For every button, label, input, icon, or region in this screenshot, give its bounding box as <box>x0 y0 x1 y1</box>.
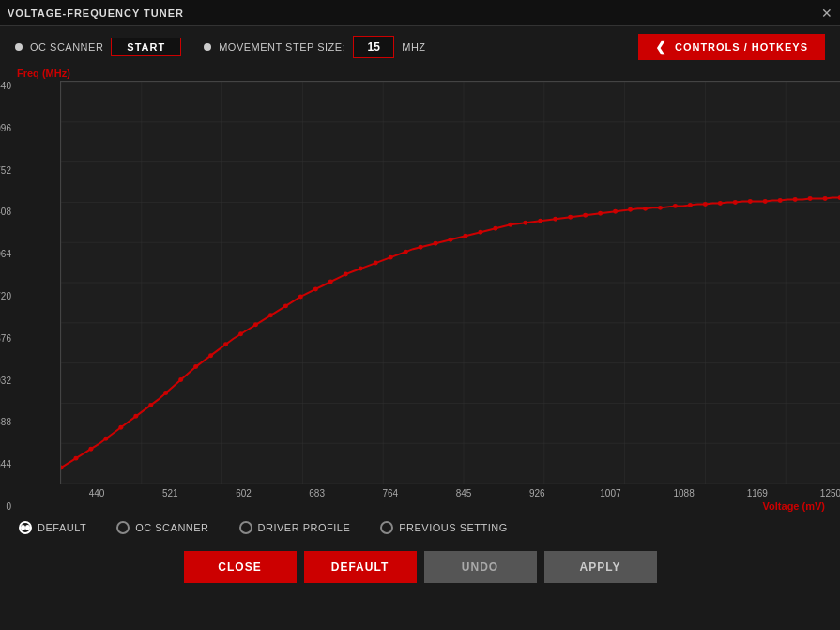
radio-oc-scanner-circle[interactable] <box>116 521 130 534</box>
y-label-1376: 1376 <box>0 333 11 344</box>
radio-default-label: DEFAULT <box>38 522 86 533</box>
chart-section: Freq (MHz) 3440 3096 2752 2408 2064 1720… <box>0 68 840 512</box>
window-close-button[interactable]: ✕ <box>821 7 832 20</box>
titlebar: VOLTAGE-FREQUENCY TUNER ✕ <box>0 0 840 26</box>
radio-driver-profile-label: DRIVER PROFILE <box>258 522 351 533</box>
svg-point-70 <box>778 198 783 203</box>
svg-point-42 <box>359 267 363 271</box>
controls-hotkeys-label: CONTROLS / HOTKEYS <box>675 41 808 53</box>
x-label-1088: 1088 <box>648 488 721 499</box>
svg-point-55 <box>553 217 557 222</box>
svg-point-71 <box>793 197 798 202</box>
y-label-3440: 3440 <box>0 81 11 91</box>
radio-previous-setting[interactable]: PREVIOUS SETTING <box>380 521 508 534</box>
svg-point-66 <box>718 201 723 206</box>
svg-point-61 <box>643 207 648 211</box>
close-button[interactable]: CLOSE <box>184 551 297 583</box>
svg-point-31 <box>193 364 198 369</box>
mhz-label: MHz <box>402 41 425 53</box>
svg-point-53 <box>523 221 527 225</box>
svg-point-60 <box>628 207 633 212</box>
svg-point-72 <box>808 196 813 201</box>
svg-point-38 <box>298 294 303 299</box>
svg-point-73 <box>823 196 828 201</box>
svg-point-43 <box>374 261 378 266</box>
x-label-683: 683 <box>281 488 354 499</box>
svg-point-29 <box>163 391 168 395</box>
svg-point-27 <box>133 414 138 419</box>
oc-scanner-dot <box>15 43 23 51</box>
window-title: VOLTAGE-FREQUENCY TUNER <box>8 8 184 19</box>
bottom-button-row: CLOSE DEFAULT UNDO APPLY <box>0 544 840 591</box>
x-label-521: 521 <box>133 488 206 499</box>
y-label-344: 344 <box>0 459 11 469</box>
x-label-764: 764 <box>354 488 427 499</box>
svg-point-23 <box>73 456 78 461</box>
x-label-602: 602 <box>206 488 280 499</box>
svg-point-51 <box>493 226 497 231</box>
svg-point-45 <box>404 250 408 254</box>
oc-scanner-group: OC Scanner START <box>15 38 181 56</box>
svg-point-44 <box>389 255 393 260</box>
svg-point-37 <box>283 303 288 308</box>
voltage-axis-label: Voltage (mV) <box>60 500 825 512</box>
radio-driver-profile-circle[interactable] <box>239 521 252 534</box>
svg-point-46 <box>419 245 423 250</box>
y-label-0: 0 <box>0 501 11 512</box>
radio-default-circle[interactable] <box>19 521 32 534</box>
controls-hotkeys-button[interactable]: ❮ CONTROLS / HOTKEYS <box>638 34 825 60</box>
toolbar: OC Scanner START Movement step size: MHz… <box>0 26 840 68</box>
svg-point-28 <box>148 403 153 407</box>
svg-point-40 <box>328 280 333 284</box>
start-button[interactable]: START <box>111 38 181 56</box>
x-label-1250: 1250 <box>794 488 840 499</box>
svg-point-32 <box>208 353 213 358</box>
y-label-2752: 2752 <box>0 165 11 176</box>
svg-point-41 <box>344 272 348 277</box>
movement-group: Movement step size: MHz <box>204 36 425 58</box>
radio-driver-profile[interactable]: DRIVER PROFILE <box>239 521 351 534</box>
svg-point-24 <box>88 447 93 452</box>
svg-point-47 <box>434 241 438 246</box>
step-size-input[interactable] <box>353 36 394 58</box>
x-axis-labels: 440 521 602 683 764 845 926 1007 1088 11… <box>60 488 840 499</box>
undo-button[interactable]: UNDO <box>424 551 537 583</box>
radio-previous-setting-circle[interactable] <box>380 521 393 534</box>
x-label-845: 845 <box>427 488 500 499</box>
apply-button[interactable]: APPLY <box>544 551 657 583</box>
svg-point-35 <box>253 322 258 327</box>
vf-chart[interactable] <box>60 81 840 484</box>
x-label-1007: 1007 <box>573 488 647 499</box>
svg-point-59 <box>613 209 618 214</box>
y-label-2064: 2064 <box>0 249 11 259</box>
radio-oc-scanner[interactable]: OC SCANNER <box>116 521 208 534</box>
svg-point-56 <box>568 215 573 220</box>
default-button[interactable]: DEFAULT <box>304 551 417 583</box>
y-label-1720: 1720 <box>0 291 11 301</box>
svg-point-39 <box>313 286 318 291</box>
y-label-688: 688 <box>0 417 11 427</box>
movement-dot <box>204 43 211 51</box>
radio-previous-setting-label: PREVIOUS SETTING <box>399 522 508 533</box>
oc-scanner-label: OC Scanner <box>30 41 103 53</box>
svg-point-57 <box>583 213 588 218</box>
y-axis-labels: 3440 3096 2752 2408 2064 1720 1376 1032 … <box>0 81 11 512</box>
svg-point-33 <box>223 342 228 346</box>
chart-svg <box>61 82 840 484</box>
chevron-left-icon: ❮ <box>655 39 667 54</box>
radio-oc-scanner-label: OC SCANNER <box>135 522 208 533</box>
svg-point-49 <box>464 234 468 238</box>
radio-options-row: DEFAULT OC SCANNER DRIVER PROFILE PREVIO… <box>0 512 840 544</box>
movement-label: Movement step size: <box>219 41 345 53</box>
svg-point-68 <box>748 199 753 204</box>
svg-point-62 <box>658 206 663 210</box>
svg-point-36 <box>268 313 273 317</box>
svg-point-58 <box>598 211 603 216</box>
radio-default[interactable]: DEFAULT <box>19 521 86 534</box>
svg-point-63 <box>673 204 678 208</box>
svg-point-54 <box>538 219 542 223</box>
x-label-440: 440 <box>60 488 133 499</box>
x-label-926: 926 <box>500 488 573 499</box>
y-label-3096: 3096 <box>0 123 11 133</box>
svg-point-50 <box>478 230 482 235</box>
